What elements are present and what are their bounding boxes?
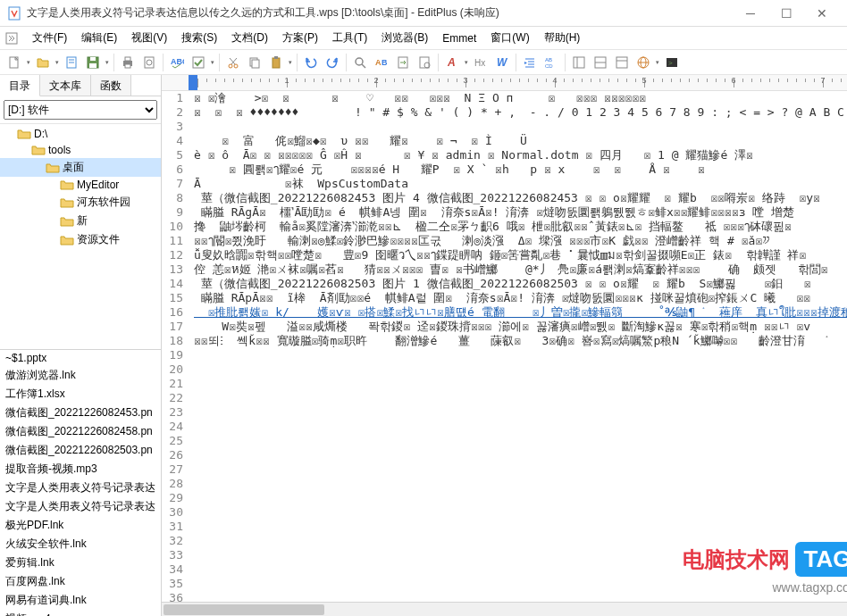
tab-functions[interactable]: 函数	[91, 75, 131, 96]
goto-icon[interactable]	[393, 53, 413, 72]
layout1-icon[interactable]	[569, 53, 589, 72]
svg-point-16	[229, 64, 232, 68]
svg-rect-15	[193, 57, 204, 68]
menu-toggle-icon[interactable]	[4, 30, 20, 46]
paste-dropdown[interactable]: ▾	[287, 59, 294, 66]
check-icon[interactable]	[189, 53, 208, 72]
file-item[interactable]: 爱剪辑.lnk	[0, 554, 161, 572]
folder-tree: D:\tools桌面MyEditor河东软件园新资源文件	[0, 124, 161, 349]
file-item[interactable]: 网易有道词典.lnk	[0, 591, 161, 610]
layout3-icon[interactable]	[612, 53, 632, 72]
menu-view[interactable]: 视图(V)	[124, 28, 174, 48]
menu-emmet[interactable]: Emmet	[435, 29, 483, 47]
drive-selector: [D:] 软件	[0, 96, 161, 124]
bookmark-icon[interactable]	[415, 53, 434, 72]
file-item[interactable]: 文字是人类用表义符号记录表达	[0, 479, 161, 497]
svg-text:B: B	[382, 58, 388, 67]
drive-dropdown[interactable]: [D:] 软件	[4, 100, 157, 120]
word-icon[interactable]: W	[492, 53, 512, 72]
svg-text:ABC: ABC	[171, 57, 184, 66]
menu-file[interactable]: 文件(F)	[25, 28, 74, 48]
new-file-icon[interactable]	[4, 53, 24, 72]
svg-text:>: >	[668, 59, 673, 67]
preview-icon[interactable]	[139, 53, 159, 72]
print-icon[interactable]	[118, 53, 138, 72]
file-item[interactable]: 视频.mp4	[0, 610, 161, 616]
new-dropdown[interactable]: ▾	[25, 59, 32, 66]
file-item[interactable]: 提取音频-视频.mp3	[0, 460, 161, 479]
cut-icon[interactable]	[223, 53, 243, 72]
paste-icon[interactable]	[266, 53, 286, 72]
menu-browser[interactable]: 浏览器(B)	[374, 28, 435, 48]
svg-text:W: W	[497, 56, 508, 69]
svg-text:A: A	[375, 58, 382, 67]
find-icon[interactable]	[350, 53, 370, 72]
code-content[interactable]: ☒ ☒澮 >☒ ☒ ☒ ♡ ☒☒ ☒☒☒ N Ξ O п ☒ ☒☒☒ ☒☒☒☒☒…	[189, 91, 847, 602]
file-item[interactable]: ~$1.pptx	[0, 350, 161, 366]
browser-dropdown[interactable]: ▾	[654, 59, 661, 66]
tree-item[interactable]: 桌面	[0, 158, 161, 177]
main-area: 目录 文本库 函数 [D:] 软件 D:\tools桌面MyEditor河东软件…	[0, 75, 847, 616]
browser-icon[interactable]	[633, 53, 653, 72]
indent-icon[interactable]	[520, 53, 540, 72]
undo-icon[interactable]	[301, 53, 321, 72]
svg-rect-11	[125, 64, 130, 68]
copy-icon[interactable]	[245, 53, 264, 72]
menu-window[interactable]: 窗口(W)	[483, 28, 536, 48]
menu-document[interactable]: 文档(D)	[224, 28, 275, 48]
svg-point-22	[356, 58, 363, 65]
save-icon[interactable]	[83, 53, 103, 72]
tree-item[interactable]: tools	[0, 142, 161, 158]
file-item[interactable]: 工作簿1.xlsx	[0, 385, 161, 404]
tree-item[interactable]: MyEditor	[0, 177, 161, 193]
scroll-thumb-horizontal[interactable]	[164, 604, 324, 615]
file-item[interactable]: 火绒安全软件.lnk	[0, 535, 161, 554]
spell-icon[interactable]: ABC	[167, 53, 187, 72]
color-a-icon[interactable]: A	[442, 53, 462, 72]
svg-point-17	[234, 64, 238, 68]
tree-item[interactable]: 新	[0, 212, 161, 230]
abcd-icon[interactable]: ABCD	[541, 53, 561, 72]
menu-project[interactable]: 方案(P)	[275, 28, 325, 48]
tab-directory[interactable]: 目录	[0, 75, 40, 96]
file-item[interactable]: 极光PDF.lnk	[0, 516, 161, 535]
ruler: 123456789	[162, 75, 847, 91]
check-dropdown[interactable]: ▾	[209, 59, 216, 66]
replace-icon[interactable]: AB	[372, 53, 391, 72]
minimize-button[interactable]: ─	[733, 2, 768, 25]
file-item[interactable]: 文字是人类用表义符号记录表达	[0, 497, 161, 516]
file-item[interactable]: 微信截图_20221226082453.pn	[0, 404, 161, 422]
file-item[interactable]: 微信截图_20221226082503.pn	[0, 441, 161, 460]
maximize-button[interactable]: ☐	[768, 2, 804, 25]
close-button[interactable]: ✕	[804, 2, 840, 25]
svg-rect-21	[274, 56, 278, 59]
horizontal-scrollbar[interactable]	[162, 602, 847, 616]
tab-cliptext[interactable]: 文本库	[40, 75, 91, 96]
open-dropdown[interactable]: ▾	[54, 59, 61, 66]
menu-help[interactable]: 帮助(H)	[537, 28, 588, 48]
file-item[interactable]: 百度网盘.lnk	[0, 572, 161, 591]
menu-edit[interactable]: 编辑(E)	[74, 28, 124, 48]
file-item[interactable]: 微信截图_20221226082458.pn	[0, 422, 161, 441]
toolbar: ▾ ▾ ▾ ABC ▾ ▾ AB A ▾ Hx W ABCD ▾ >	[0, 50, 847, 75]
svg-rect-20	[273, 58, 280, 68]
hex-icon[interactable]: Hx	[471, 53, 491, 72]
tree-item[interactable]: 资源文件	[0, 230, 161, 249]
tree-item[interactable]: 河东软件园	[0, 193, 161, 212]
code-area[interactable]: 1234567891011121314151617181920212223242…	[162, 91, 847, 602]
menu-search[interactable]: 搜索(S)	[174, 28, 224, 48]
svg-text:A: A	[447, 56, 456, 69]
window-controls: ─ ☐ ✕	[733, 2, 840, 25]
redo-icon[interactable]	[323, 53, 342, 72]
terminal-icon[interactable]: >	[662, 53, 682, 72]
svg-text:CD: CD	[545, 63, 553, 69]
layout2-icon[interactable]	[591, 53, 610, 72]
tree-item[interactable]: D:\	[0, 126, 161, 142]
doc-icon[interactable]	[62, 53, 81, 72]
open-file-icon[interactable]	[33, 53, 53, 72]
save-dropdown[interactable]: ▾	[104, 59, 111, 66]
ruler-indicator	[189, 75, 197, 91]
color-a-dropdown[interactable]: ▾	[463, 59, 470, 66]
menu-tools[interactable]: 工具(T)	[325, 28, 374, 48]
file-item[interactable]: 傲游浏览器.lnk	[0, 366, 161, 385]
